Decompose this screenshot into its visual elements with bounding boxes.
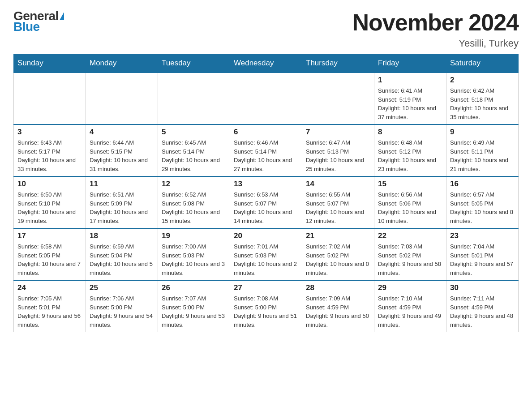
day-cell-5-4: 27Sunrise: 7:08 AMSunset: 5:00 PMDayligh… bbox=[230, 280, 302, 332]
col-header-sunday: Sunday bbox=[14, 54, 86, 73]
col-header-saturday: Saturday bbox=[446, 54, 519, 73]
day-cell-4-7: 23Sunrise: 7:04 AMSunset: 5:01 PMDayligh… bbox=[446, 228, 519, 280]
day-info: Sunrise: 7:08 AMSunset: 5:00 PMDaylight:… bbox=[234, 294, 298, 329]
day-cell-5-7: 30Sunrise: 7:11 AMSunset: 4:59 PMDayligh… bbox=[446, 280, 519, 332]
day-info: Sunrise: 6:48 AMSunset: 5:12 PMDaylight:… bbox=[378, 138, 442, 173]
day-number: 12 bbox=[162, 180, 226, 188]
title-area: November 2024 Yesilli, Turkey bbox=[352, 9, 519, 49]
day-info: Sunrise: 6:56 AMSunset: 5:06 PMDaylight:… bbox=[378, 190, 442, 225]
day-info: Sunrise: 6:50 AMSunset: 5:10 PMDaylight:… bbox=[17, 190, 82, 225]
day-info: Sunrise: 6:59 AMSunset: 5:04 PMDaylight:… bbox=[90, 242, 154, 277]
week-row-5: 24Sunrise: 7:05 AMSunset: 5:01 PMDayligh… bbox=[14, 280, 519, 332]
day-cell-1-6: 1Sunrise: 6:41 AMSunset: 5:19 PMDaylight… bbox=[374, 73, 446, 124]
day-cell-2-3: 5Sunrise: 6:45 AMSunset: 5:14 PMDaylight… bbox=[158, 124, 230, 176]
day-cell-5-5: 28Sunrise: 7:09 AMSunset: 4:59 PMDayligh… bbox=[302, 280, 374, 332]
day-cell-5-1: 24Sunrise: 7:05 AMSunset: 5:01 PMDayligh… bbox=[14, 280, 86, 332]
day-info: Sunrise: 7:03 AMSunset: 5:02 PMDaylight:… bbox=[378, 242, 442, 277]
day-number: 11 bbox=[90, 180, 154, 188]
day-cell-3-1: 10Sunrise: 6:50 AMSunset: 5:10 PMDayligh… bbox=[14, 176, 86, 228]
day-info: Sunrise: 7:02 AMSunset: 5:02 PMDaylight:… bbox=[306, 242, 370, 277]
day-cell-2-5: 7Sunrise: 6:47 AMSunset: 5:13 PMDaylight… bbox=[302, 124, 374, 176]
day-info: Sunrise: 7:05 AMSunset: 5:01 PMDaylight:… bbox=[17, 294, 82, 329]
day-info: Sunrise: 6:46 AMSunset: 5:14 PMDaylight:… bbox=[234, 138, 298, 173]
day-number: 2 bbox=[450, 76, 515, 85]
day-cell-2-1: 3Sunrise: 6:43 AMSunset: 5:17 PMDaylight… bbox=[14, 124, 86, 176]
day-info: Sunrise: 6:55 AMSunset: 5:07 PMDaylight:… bbox=[306, 190, 370, 225]
day-cell-4-1: 17Sunrise: 6:58 AMSunset: 5:05 PMDayligh… bbox=[14, 228, 86, 280]
day-cell-5-6: 29Sunrise: 7:10 AMSunset: 4:59 PMDayligh… bbox=[374, 280, 446, 332]
day-info: Sunrise: 7:10 AMSunset: 4:59 PMDaylight:… bbox=[378, 294, 442, 329]
day-number: 13 bbox=[234, 180, 298, 188]
week-row-3: 10Sunrise: 6:50 AMSunset: 5:10 PMDayligh… bbox=[14, 176, 519, 228]
calendar-header-row: Sunday Monday Tuesday Wednesday Thursday… bbox=[14, 54, 519, 73]
day-cell-3-4: 13Sunrise: 6:53 AMSunset: 5:07 PMDayligh… bbox=[230, 176, 302, 228]
day-cell-1-4 bbox=[230, 73, 302, 124]
day-cell-2-7: 9Sunrise: 6:49 AMSunset: 5:11 PMDaylight… bbox=[446, 124, 519, 176]
day-cell-1-2 bbox=[86, 73, 158, 124]
day-cell-4-6: 22Sunrise: 7:03 AMSunset: 5:02 PMDayligh… bbox=[374, 228, 446, 280]
day-number: 30 bbox=[450, 283, 515, 292]
day-info: Sunrise: 6:53 AMSunset: 5:07 PMDaylight:… bbox=[234, 190, 298, 225]
col-header-friday: Friday bbox=[374, 54, 446, 73]
day-info: Sunrise: 6:52 AMSunset: 5:08 PMDaylight:… bbox=[162, 190, 226, 225]
day-number: 17 bbox=[17, 231, 82, 240]
day-cell-3-5: 14Sunrise: 6:55 AMSunset: 5:07 PMDayligh… bbox=[302, 176, 374, 228]
day-number: 6 bbox=[234, 128, 298, 137]
day-number: 7 bbox=[306, 128, 370, 137]
day-info: Sunrise: 6:58 AMSunset: 5:05 PMDaylight:… bbox=[17, 242, 82, 277]
day-info: Sunrise: 6:41 AMSunset: 5:19 PMDaylight:… bbox=[378, 86, 442, 121]
day-number: 15 bbox=[378, 180, 442, 188]
day-number: 9 bbox=[450, 128, 515, 137]
week-row-2: 3Sunrise: 6:43 AMSunset: 5:17 PMDaylight… bbox=[14, 124, 519, 176]
day-number: 22 bbox=[378, 231, 442, 240]
day-number: 5 bbox=[162, 128, 226, 137]
col-header-wednesday: Wednesday bbox=[230, 54, 302, 73]
day-number: 21 bbox=[306, 231, 370, 240]
day-info: Sunrise: 6:44 AMSunset: 5:15 PMDaylight:… bbox=[90, 138, 154, 173]
day-cell-2-4: 6Sunrise: 6:46 AMSunset: 5:14 PMDaylight… bbox=[230, 124, 302, 176]
day-number: 4 bbox=[90, 128, 154, 137]
day-number: 28 bbox=[306, 283, 370, 292]
logo-triangle-icon bbox=[60, 12, 64, 20]
day-info: Sunrise: 6:43 AMSunset: 5:17 PMDaylight:… bbox=[17, 138, 82, 173]
day-cell-5-2: 25Sunrise: 7:06 AMSunset: 5:00 PMDayligh… bbox=[86, 280, 158, 332]
day-info: Sunrise: 7:04 AMSunset: 5:01 PMDaylight:… bbox=[450, 242, 515, 277]
month-title: November 2024 bbox=[352, 9, 519, 36]
day-cell-2-2: 4Sunrise: 6:44 AMSunset: 5:15 PMDaylight… bbox=[86, 124, 158, 176]
location-subtitle: Yesilli, Turkey bbox=[352, 38, 519, 49]
day-info: Sunrise: 6:49 AMSunset: 5:11 PMDaylight:… bbox=[450, 138, 515, 173]
day-cell-3-6: 15Sunrise: 6:56 AMSunset: 5:06 PMDayligh… bbox=[374, 176, 446, 228]
day-cell-1-5 bbox=[302, 73, 374, 124]
day-cell-4-3: 19Sunrise: 7:00 AMSunset: 5:03 PMDayligh… bbox=[158, 228, 230, 280]
day-cell-4-5: 21Sunrise: 7:02 AMSunset: 5:02 PMDayligh… bbox=[302, 228, 374, 280]
logo: General Blue bbox=[13, 9, 64, 34]
day-info: Sunrise: 7:00 AMSunset: 5:03 PMDaylight:… bbox=[162, 242, 226, 277]
day-number: 26 bbox=[162, 283, 226, 292]
day-info: Sunrise: 6:42 AMSunset: 5:18 PMDaylight:… bbox=[450, 86, 515, 121]
calendar-table: Sunday Monday Tuesday Wednesday Thursday… bbox=[13, 54, 519, 332]
day-number: 23 bbox=[450, 231, 515, 240]
week-row-4: 17Sunrise: 6:58 AMSunset: 5:05 PMDayligh… bbox=[14, 228, 519, 280]
day-info: Sunrise: 6:57 AMSunset: 5:05 PMDaylight:… bbox=[450, 190, 515, 225]
col-header-tuesday: Tuesday bbox=[158, 54, 230, 73]
day-number: 14 bbox=[306, 180, 370, 188]
day-number: 18 bbox=[90, 231, 154, 240]
day-info: Sunrise: 6:47 AMSunset: 5:13 PMDaylight:… bbox=[306, 138, 370, 173]
logo-blue-text: Blue bbox=[13, 20, 40, 34]
day-cell-4-2: 18Sunrise: 6:59 AMSunset: 5:04 PMDayligh… bbox=[86, 228, 158, 280]
day-number: 1 bbox=[378, 76, 442, 85]
day-cell-1-3 bbox=[158, 73, 230, 124]
day-number: 20 bbox=[234, 231, 298, 240]
day-info: Sunrise: 6:45 AMSunset: 5:14 PMDaylight:… bbox=[162, 138, 226, 173]
day-number: 10 bbox=[17, 180, 82, 188]
day-number: 24 bbox=[17, 283, 82, 292]
day-cell-3-3: 12Sunrise: 6:52 AMSunset: 5:08 PMDayligh… bbox=[158, 176, 230, 228]
day-number: 3 bbox=[17, 128, 82, 137]
day-cell-1-1 bbox=[14, 73, 86, 124]
day-cell-2-6: 8Sunrise: 6:48 AMSunset: 5:12 PMDaylight… bbox=[374, 124, 446, 176]
day-number: 25 bbox=[90, 283, 154, 292]
day-info: Sunrise: 7:11 AMSunset: 4:59 PMDaylight:… bbox=[450, 294, 515, 329]
day-info: Sunrise: 7:07 AMSunset: 5:00 PMDaylight:… bbox=[162, 294, 226, 329]
day-number: 16 bbox=[450, 180, 515, 188]
col-header-thursday: Thursday bbox=[302, 54, 374, 73]
